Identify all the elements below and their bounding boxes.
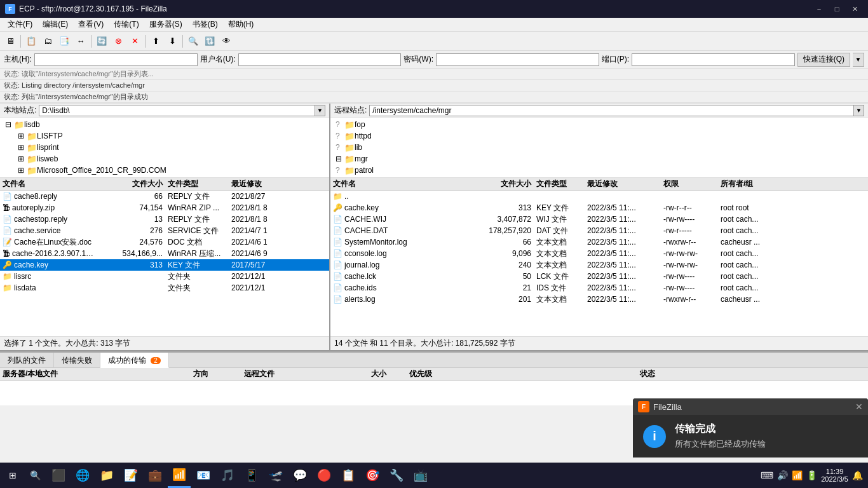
local-col-name[interactable]: 文件名 bbox=[0, 179, 114, 189]
taskbar-icon-app1[interactable]: 🛫 bbox=[264, 463, 287, 488]
local-file-row[interactable]: 📝Cache在Linux安装.doc 24,576 DOC 文档 2021/4/… bbox=[0, 236, 329, 248]
taskbar-icon-app2[interactable]: 💬 bbox=[288, 463, 311, 488]
taskbar-icon-app3[interactable]: 🔴 bbox=[313, 463, 336, 488]
remote-col-perm[interactable]: 权限 bbox=[661, 179, 718, 189]
menu-help[interactable]: 帮助(H) bbox=[223, 18, 259, 31]
taskbar-icon-edge[interactable]: 🌐 bbox=[71, 463, 94, 488]
close-button[interactable]: ✕ bbox=[846, 3, 863, 15]
queue-col-status[interactable]: 状态 bbox=[637, 369, 868, 379]
queue-col-remote[interactable]: 远程文件 bbox=[241, 369, 369, 379]
toolbar-disconnect[interactable]: ✕ bbox=[127, 34, 142, 49]
toolbar-download[interactable]: ⬇ bbox=[165, 34, 180, 49]
notification-close-button[interactable]: ✕ bbox=[855, 402, 863, 412]
toolbar-refresh[interactable]: 🔄 bbox=[94, 34, 109, 49]
quick-connect-dropdown[interactable]: ▼ bbox=[853, 53, 864, 67]
maximize-button[interactable]: □ bbox=[829, 3, 845, 15]
remote-file-row-sysmon[interactable]: 📄SystemMonitor.log 66 文本文档 2022/3/5 11:.… bbox=[330, 236, 868, 248]
local-path-dropdown[interactable]: ▼ bbox=[315, 105, 325, 116]
quick-connect-button[interactable]: 快速连接(Q) bbox=[797, 53, 850, 67]
remote-file-row-cconsole[interactable]: 📄cconsole.log 9,096 文本文档 2022/3/5 11:...… bbox=[330, 248, 868, 259]
queue-col-direction[interactable]: 方向 bbox=[191, 369, 241, 379]
taskbar-keyboard-icon[interactable]: ⌨ bbox=[761, 470, 773, 480]
local-file-row[interactable]: 📁lisdata 文件夹 2021/12/1 bbox=[0, 282, 329, 294]
remote-tree-httpd[interactable]: ? 📁 httpd bbox=[330, 130, 868, 142]
menu-edit[interactable]: 编辑(E) bbox=[37, 18, 73, 31]
remote-file-row-cachedat[interactable]: 📄CACHE.DAT 178,257,920 DAT 文件 2022/3/5 1… bbox=[330, 225, 868, 236]
local-file-row[interactable]: 📄cache.service 276 SERVICE 文件 2021/4/7 1 bbox=[0, 225, 329, 236]
taskbar-volume-icon[interactable]: 🔊 bbox=[777, 470, 788, 480]
remote-tree-fop[interactable]: ? 📁 fop bbox=[330, 119, 868, 130]
local-file-row-cachekey[interactable]: 🔑cache.key 313 KEY 文件 2017/5/17 bbox=[0, 259, 329, 271]
toolbar-search[interactable]: 🔍 bbox=[186, 34, 201, 49]
taskbar-icon-app7[interactable]: 📺 bbox=[409, 463, 432, 488]
toolbar-upload[interactable]: ⬆ bbox=[148, 34, 163, 49]
queue-tab-queued[interactable]: 列队的文件 bbox=[0, 353, 54, 367]
notification-center-icon[interactable]: 🔔 bbox=[852, 470, 863, 480]
tree-item-msoffice[interactable]: ⊞ 📁 Microsoft_Office_2010_CR_99D.COM bbox=[0, 165, 329, 176]
remote-file-row-cachelck[interactable]: 📄cache.lck 50 LCK 文件 2022/3/5 11:... -rw… bbox=[330, 271, 868, 282]
remote-tree-mgr[interactable]: ⊟ 📁 mgr bbox=[330, 153, 868, 165]
toolbar-compare[interactable]: 👁 bbox=[219, 34, 234, 49]
taskbar-icon-app4[interactable]: 📋 bbox=[337, 463, 360, 488]
taskbar-icon-taskview[interactable]: ⬛ bbox=[47, 463, 70, 488]
toolbar-btn3[interactable]: 📑 bbox=[57, 34, 72, 49]
local-path-input[interactable] bbox=[39, 105, 315, 116]
remote-col-type[interactable]: 文件类型 bbox=[534, 179, 585, 189]
taskbar-network-icon[interactable]: 📶 bbox=[792, 470, 803, 480]
toolbar-btn1[interactable]: 📋 bbox=[24, 34, 39, 49]
local-col-size[interactable]: 文件大小 bbox=[114, 179, 165, 189]
local-col-date[interactable]: 最近修改 bbox=[229, 179, 292, 189]
remote-file-row-cachekey[interactable]: 🔑cache.key 313 KEY 文件 2022/3/5 11:... -r… bbox=[330, 202, 868, 214]
taskbar-icon-app6[interactable]: 🔧 bbox=[385, 463, 408, 488]
tree-item-lisftp[interactable]: ⊞ 📁 LISFTP bbox=[0, 130, 329, 142]
remote-file-row-alerts[interactable]: 📄alerts.log 201 文本文档 2022/3/5 11:... -rw… bbox=[330, 294, 868, 305]
remote-file-row-journal[interactable]: 📄journal.log 240 文本文档 2022/3/5 11:... -r… bbox=[330, 259, 868, 271]
minimize-button[interactable]: − bbox=[811, 3, 827, 15]
username-input[interactable] bbox=[238, 53, 402, 66]
queue-tab-failed[interactable]: 传输失败 bbox=[54, 353, 100, 367]
remote-file-row-cachewij[interactable]: 📄CACHE.WIJ 3,407,872 WIJ 文件 2022/3/5 11:… bbox=[330, 214, 868, 225]
taskbar-search-button[interactable]: 🔍 bbox=[25, 463, 44, 488]
toolbar-sync[interactable]: 🔃 bbox=[202, 34, 217, 49]
toolbar-abort[interactable]: ⊗ bbox=[111, 34, 126, 49]
local-col-type[interactable]: 文件类型 bbox=[165, 179, 229, 189]
menu-server[interactable]: 服务器(S) bbox=[144, 18, 187, 31]
remote-col-size[interactable]: 文件大小 bbox=[470, 179, 534, 189]
remote-path-dropdown[interactable]: ▼ bbox=[854, 105, 864, 116]
remote-file-row-parent[interactable]: 📁.. bbox=[330, 191, 868, 202]
taskbar-icon-vscode[interactable]: 📝 bbox=[119, 463, 142, 488]
tree-item-lisprint[interactable]: ⊞ 📁 lisprint bbox=[0, 142, 329, 153]
menu-view[interactable]: 查看(V) bbox=[73, 18, 109, 31]
remote-path-input[interactable] bbox=[369, 105, 854, 116]
menu-file[interactable]: 文件(F) bbox=[3, 18, 37, 31]
local-file-row[interactable]: 📄cache8.reply 66 REPLY 文件 2021/8/27 bbox=[0, 191, 329, 202]
remote-tree-lib[interactable]: ? 📁 lib bbox=[330, 142, 868, 153]
start-button[interactable]: ⊞ bbox=[0, 463, 25, 488]
taskbar-icon-media[interactable]: 🎵 bbox=[216, 463, 239, 488]
queue-col-size[interactable]: 大小 bbox=[369, 369, 407, 379]
queue-col-priority[interactable]: 优先级 bbox=[407, 369, 637, 379]
local-file-row[interactable]: 🗜cache-2016.2.3.907.11.20446-lnxrhx6... … bbox=[0, 248, 329, 259]
remote-col-date[interactable]: 最近修改 bbox=[585, 179, 661, 189]
queue-tab-success[interactable]: 成功的传输 2 bbox=[100, 353, 169, 368]
toolbar-btn2[interactable]: 🗂 bbox=[40, 34, 55, 49]
remote-col-name[interactable]: 文件名 bbox=[330, 179, 470, 189]
taskbar-icon-mail[interactable]: 📧 bbox=[192, 463, 215, 488]
local-file-row[interactable]: 📄cachestop.reply 13 REPLY 文件 2021/8/1 8 bbox=[0, 214, 329, 225]
remote-file-row-cacheids[interactable]: 📄cache.ids 21 IDS 文件 2022/3/5 11:... -rw… bbox=[330, 282, 868, 294]
taskbar-icon-teams[interactable]: 💼 bbox=[144, 463, 166, 488]
host-input[interactable] bbox=[34, 53, 198, 66]
remote-tree-patrol[interactable]: ? 📁 patrol bbox=[330, 165, 868, 176]
toolbar-btn4[interactable]: ↔ bbox=[73, 34, 88, 49]
local-file-row[interactable]: 📁lissrc 文件夹 2021/12/1 bbox=[0, 271, 329, 282]
toolbar-new-connection[interactable]: 🖥 bbox=[3, 34, 18, 49]
tree-item-lisdb[interactable]: ⊟ 📁 lisdb bbox=[0, 119, 329, 130]
menu-bookmark[interactable]: 书签(B) bbox=[187, 18, 223, 31]
clock[interactable]: 11:39 2022/3/5 bbox=[821, 468, 848, 483]
taskbar-icon-app5[interactable]: 🎯 bbox=[361, 463, 384, 488]
port-input[interactable] bbox=[632, 53, 795, 66]
taskbar-icon-explorer[interactable]: 📁 bbox=[95, 463, 118, 488]
queue-col-server[interactable]: 服务器/本地文件 bbox=[0, 369, 191, 379]
remote-col-owner[interactable]: 所有者/组 bbox=[718, 179, 769, 189]
menu-transfer[interactable]: 传输(T) bbox=[109, 18, 144, 31]
